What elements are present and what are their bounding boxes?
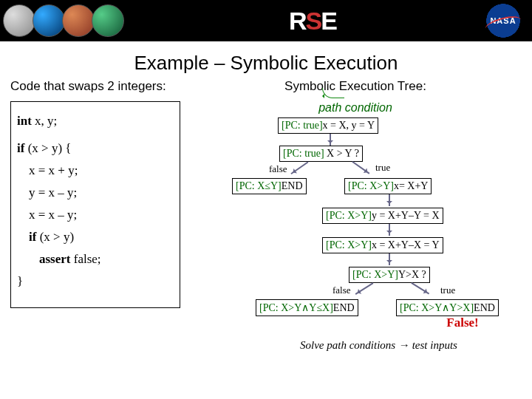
branch-label: true xyxy=(375,162,390,174)
rse-logo: RSE xyxy=(289,7,336,35)
arrow-icon xyxy=(290,161,308,174)
slide-title: Example – Symbolic Execution xyxy=(0,52,532,75)
path-condition-label: path condition xyxy=(189,101,522,115)
arrow-icon xyxy=(411,282,429,294)
branch-label: true xyxy=(440,284,455,296)
false-result: False! xyxy=(418,316,507,330)
earth-icon xyxy=(33,4,65,37)
left-heading: Code that swaps 2 integers: xyxy=(10,79,180,94)
right-heading: Symbolic Execution Tree: xyxy=(189,79,522,94)
branch-label: false xyxy=(332,284,351,296)
footer-note: Solve path conditions → test inputs xyxy=(300,339,457,352)
execution-tree: [PC: true]x = X, y = Y [PC: true] X > Y … xyxy=(189,117,522,399)
arrow-icon xyxy=(355,282,374,294)
arrow-icon xyxy=(330,134,331,146)
tree-node: [PC: X≤Y]END xyxy=(232,178,307,194)
code-box: int x, y; if (x > y) { x = x + y; y = x … xyxy=(10,101,180,308)
moon-icon xyxy=(3,4,35,37)
branch-label: false xyxy=(269,163,287,175)
planet-row xyxy=(0,4,121,37)
tree-node: [PC: X>Y]x = X+Y–X = Y xyxy=(322,237,443,253)
arrow-icon xyxy=(352,161,369,174)
arrow-icon xyxy=(389,224,390,236)
nasa-logo: NASA xyxy=(482,3,525,38)
arrow-icon xyxy=(389,194,390,206)
tree-node: [PC: X>Y∧Y>X]END xyxy=(396,299,499,316)
tree-node: [PC: X>Y]x= X+Y xyxy=(344,178,432,194)
pc-arrow-icon xyxy=(322,88,344,98)
banner: RSE NASA xyxy=(0,0,532,41)
tree-node: [PC: X>Y]Y>X ? xyxy=(349,267,430,283)
planet-icon xyxy=(92,4,124,37)
mars-icon xyxy=(62,4,95,37)
arrow-icon xyxy=(389,253,390,265)
tree-node: [PC: X>Y]y = X+Y–Y = X xyxy=(322,208,443,224)
tree-node: [PC: X>Y∧Y≤X]END xyxy=(256,299,358,316)
tree-node: [PC: true]x = X, y = Y xyxy=(278,117,378,134)
tree-node: [PC: true] X > Y ? xyxy=(279,146,363,162)
